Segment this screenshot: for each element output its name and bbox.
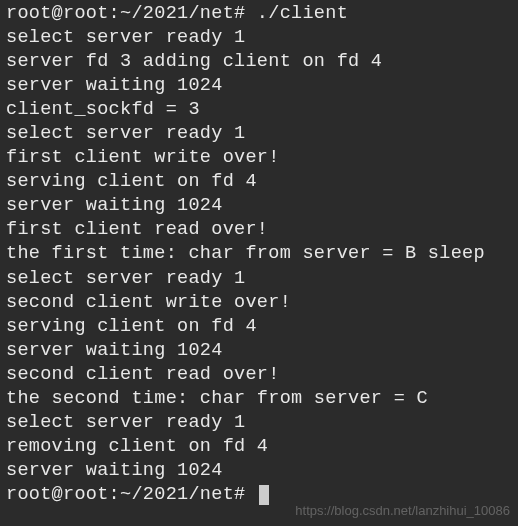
output-line: first client read over!	[6, 218, 512, 242]
output-line: select server ready 1	[6, 267, 512, 291]
terminal[interactable]: root@root:~/2021/net# ./client select se…	[6, 2, 512, 507]
output-line: server waiting 1024	[6, 339, 512, 363]
output-line: select server ready 1	[6, 26, 512, 50]
cursor-icon	[259, 485, 269, 505]
output-line: serving client on fd 4	[6, 315, 512, 339]
space	[245, 2, 256, 26]
output-line: select server ready 1	[6, 411, 512, 435]
output-line: the second time: char from server = C	[6, 387, 512, 411]
prompt-line-idle: root@root:~/2021/net#	[6, 483, 512, 507]
command-text: ./client	[257, 2, 348, 26]
prompt-line-command: root@root:~/2021/net# ./client	[6, 2, 512, 26]
output-line: server waiting 1024	[6, 74, 512, 98]
output-line: server waiting 1024	[6, 194, 512, 218]
space	[245, 483, 256, 507]
output-line: serving client on fd 4	[6, 170, 512, 194]
output-line: the first time: char from server = B sle…	[6, 242, 512, 266]
output-line: second client read over!	[6, 363, 512, 387]
shell-prompt: root@root:~/2021/net#	[6, 483, 245, 507]
output-line: removing client on fd 4	[6, 435, 512, 459]
output-line: server fd 3 adding client on fd 4	[6, 50, 512, 74]
output-line: first client write over!	[6, 146, 512, 170]
output-line: select server ready 1	[6, 122, 512, 146]
output-line: second client write over!	[6, 291, 512, 315]
shell-prompt: root@root:~/2021/net#	[6, 2, 245, 26]
output-line: client_sockfd = 3	[6, 98, 512, 122]
output-line: server waiting 1024	[6, 459, 512, 483]
